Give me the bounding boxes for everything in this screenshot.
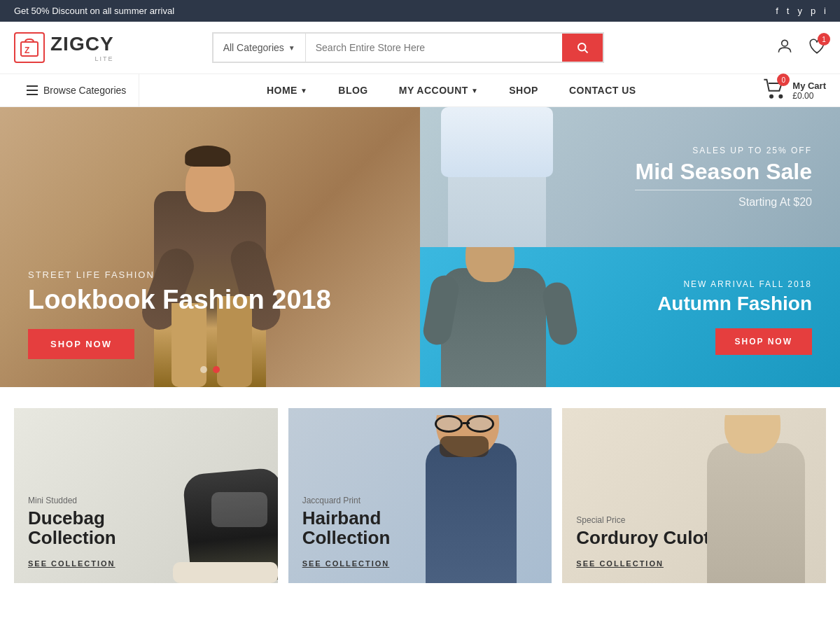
nav-label-contact: CONTACT US bbox=[569, 85, 636, 96]
collection-card-culottes: Special Price Corduroy Culottes SEE COLL… bbox=[562, 408, 826, 583]
collection-card-hairband: Jaccquard Print HairbandCollection SEE C… bbox=[288, 408, 552, 583]
facebook-icon[interactable]: f bbox=[776, 6, 778, 16]
promo-text: Get 50% Discount on all summer arrival bbox=[14, 6, 174, 16]
autumn-shop-now-button[interactable]: SHOP NOW bbox=[715, 328, 812, 355]
category-label: All Categories bbox=[223, 42, 284, 53]
mid-season-title: Mid Season Sale bbox=[635, 160, 812, 184]
search-icon bbox=[576, 41, 589, 54]
hero-left-panel: STREET LIFE FASHION Lookbook Fashion 201… bbox=[0, 107, 420, 387]
hero-panel-mid-season: SALES UP TO 25% OFF Mid Season Sale Star… bbox=[420, 107, 840, 247]
header-actions: 1 bbox=[776, 37, 826, 58]
svg-point-4 bbox=[782, 40, 788, 46]
logo-icon: Z bbox=[14, 32, 45, 63]
nav-label-blog: BLOG bbox=[338, 85, 368, 96]
hero-panel-autumn: NEW ARRIVAL FALL 2018 Autumn Fashion SHO… bbox=[420, 247, 840, 387]
nav-bar: Browse Categories HOME ▼ BLOG MY ACCOUNT… bbox=[0, 74, 840, 107]
collection-link-1[interactable]: SEE COLLECTION bbox=[28, 559, 115, 568]
hamburger-icon bbox=[27, 85, 38, 95]
hero-right-panels: SALES UP TO 25% OFF Mid Season Sale Star… bbox=[420, 107, 840, 387]
autumn-title: Autumn Fashion bbox=[657, 293, 812, 315]
hero-dots bbox=[200, 366, 220, 373]
user-icon bbox=[776, 37, 794, 55]
chevron-down-icon: ▼ bbox=[300, 87, 307, 94]
cart-icon-wrap: 0 bbox=[763, 78, 785, 103]
svg-point-6 bbox=[780, 95, 783, 98]
cart-price: £0.00 bbox=[792, 91, 826, 101]
hero-sub-label: STREET LIFE FASHION bbox=[28, 270, 331, 280]
nav-item-home[interactable]: HOME ▼ bbox=[251, 74, 323, 106]
account-icon-button[interactable] bbox=[776, 37, 794, 58]
collection-card-ducebag: Mini Studded DucebagCollection SEE COLLE… bbox=[14, 408, 278, 583]
top-bar: Get 50% Discount on all summer arrival f… bbox=[0, 0, 840, 22]
hero-main-title: Lookbook Fashion 2018 bbox=[28, 286, 331, 315]
hero-mid-season-text: SALES UP TO 25% OFF Mid Season Sale Star… bbox=[635, 146, 812, 209]
nav-label-myaccount: MY ACCOUNT bbox=[399, 85, 468, 96]
youtube-icon[interactable]: y bbox=[797, 6, 802, 16]
wishlist-button[interactable]: 1 bbox=[808, 37, 826, 58]
nav-item-myaccount[interactable]: MY ACCOUNT ▼ bbox=[384, 74, 494, 106]
collection-link-3[interactable]: SEE COLLECTION bbox=[576, 559, 664, 568]
search-button[interactable] bbox=[562, 34, 603, 62]
social-links: f t y p i bbox=[776, 6, 826, 16]
dot-1[interactable] bbox=[200, 366, 207, 373]
nav-label-shop: SHOP bbox=[509, 85, 538, 96]
category-dropdown[interactable]: All Categories ▼ bbox=[214, 34, 306, 62]
cart-label: My Cart bbox=[792, 80, 826, 91]
twitter-icon[interactable]: t bbox=[787, 6, 790, 16]
hero-shop-now-button[interactable]: SHOP NOW bbox=[28, 329, 134, 359]
cart-button[interactable]: 0 My Cart £0.00 bbox=[763, 78, 826, 103]
header: Z ZIGCY LITE All Categories ▼ bbox=[0, 22, 840, 74]
dot-2[interactable] bbox=[213, 366, 220, 373]
logo-area[interactable]: Z ZIGCY LITE bbox=[14, 32, 119, 63]
mid-season-price: Starting At $20 bbox=[635, 196, 812, 209]
brand-sub: LITE bbox=[50, 55, 114, 62]
chevron-down-icon: ▼ bbox=[288, 44, 295, 52]
nav-label-home: HOME bbox=[267, 85, 298, 96]
nav-links: HOME ▼ BLOG MY ACCOUNT ▼ SHOP CONTACT US bbox=[139, 74, 763, 106]
nav-item-blog[interactable]: BLOG bbox=[323, 74, 383, 106]
autumn-sub: NEW ARRIVAL FALL 2018 bbox=[657, 279, 812, 289]
instagram-icon[interactable]: i bbox=[824, 6, 826, 16]
hero-autumn-text: NEW ARRIVAL FALL 2018 Autumn Fashion SHO… bbox=[657, 279, 812, 356]
svg-text:Z: Z bbox=[24, 46, 29, 55]
svg-point-5 bbox=[770, 95, 773, 98]
svg-point-2 bbox=[578, 43, 586, 51]
collection-link-2[interactable]: SEE COLLECTION bbox=[302, 559, 390, 568]
mid-season-sub: SALES UP TO 25% OFF bbox=[635, 146, 812, 155]
cart-count: 0 bbox=[777, 74, 790, 86]
browse-categories-button[interactable]: Browse Categories bbox=[14, 74, 139, 106]
nav-item-contact[interactable]: CONTACT US bbox=[554, 74, 652, 106]
collections-section: Mini Studded DucebagCollection SEE COLLE… bbox=[0, 408, 840, 583]
nav-item-shop[interactable]: SHOP bbox=[493, 74, 554, 106]
hero-left-text: STREET LIFE FASHION Lookbook Fashion 201… bbox=[28, 270, 331, 359]
browse-categories-label: Browse Categories bbox=[43, 85, 126, 96]
svg-line-3 bbox=[584, 50, 587, 52]
search-input[interactable] bbox=[306, 34, 562, 62]
wishlist-count: 1 bbox=[818, 33, 830, 46]
chevron-down-icon: ▼ bbox=[471, 87, 478, 94]
search-bar: All Categories ▼ bbox=[212, 32, 604, 63]
brand-name: ZIGCY bbox=[50, 33, 114, 55]
hero-section: STREET LIFE FASHION Lookbook Fashion 201… bbox=[0, 107, 840, 387]
page-bottom bbox=[0, 583, 840, 597]
pinterest-icon[interactable]: p bbox=[811, 6, 816, 16]
